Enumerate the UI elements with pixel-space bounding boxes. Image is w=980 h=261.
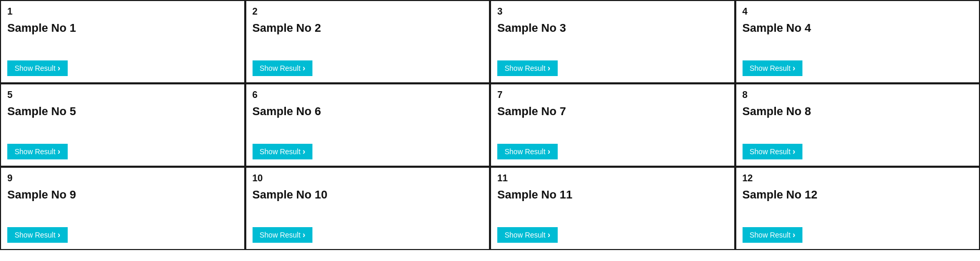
card-number-5: 5 [7, 90, 238, 101]
card-number-9: 9 [7, 173, 238, 184]
card-title-3: Sample No 3 [497, 21, 728, 35]
card-11: 11Sample No 11Show Result [490, 167, 735, 250]
show-result-button-2[interactable]: Show Result [253, 60, 313, 76]
card-number-7: 7 [497, 90, 728, 101]
card-12: 12Sample No 12Show Result [735, 167, 981, 250]
card-5: 5Sample No 5Show Result [0, 83, 245, 167]
card-number-12: 12 [743, 173, 973, 184]
card-title-12: Sample No 12 [743, 188, 973, 202]
show-result-button-10[interactable]: Show Result [253, 227, 313, 243]
card-grid: 1Sample No 1Show Result2Sample No 2Show … [0, 0, 980, 250]
card-number-1: 1 [7, 6, 238, 17]
card-7: 7Sample No 7Show Result [490, 83, 735, 167]
show-result-button-7[interactable]: Show Result [497, 144, 558, 159]
card-4: 4Sample No 4Show Result [735, 0, 981, 83]
card-1: 1Sample No 1Show Result [0, 0, 245, 83]
card-9: 9Sample No 9Show Result [0, 167, 245, 250]
show-result-button-9[interactable]: Show Result [7, 227, 68, 243]
card-title-5: Sample No 5 [7, 105, 238, 118]
card-title-9: Sample No 9 [7, 188, 238, 202]
card-number-10: 10 [253, 173, 483, 184]
card-3: 3Sample No 3Show Result [490, 0, 735, 83]
card-title-4: Sample No 4 [743, 21, 973, 35]
show-result-button-1[interactable]: Show Result [7, 60, 68, 76]
card-number-8: 8 [743, 90, 973, 101]
card-number-6: 6 [253, 90, 483, 101]
card-title-8: Sample No 8 [743, 105, 973, 118]
card-title-7: Sample No 7 [497, 105, 728, 118]
card-title-10: Sample No 10 [253, 188, 483, 202]
show-result-button-3[interactable]: Show Result [497, 60, 558, 76]
card-title-6: Sample No 6 [253, 105, 483, 118]
card-title-1: Sample No 1 [7, 21, 238, 35]
show-result-button-4[interactable]: Show Result [743, 60, 803, 76]
card-2: 2Sample No 2Show Result [245, 0, 491, 83]
show-result-button-8[interactable]: Show Result [743, 144, 803, 159]
card-number-11: 11 [497, 173, 728, 184]
card-8: 8Sample No 8Show Result [735, 83, 981, 167]
card-title-11: Sample No 11 [497, 188, 728, 202]
show-result-button-12[interactable]: Show Result [743, 227, 803, 243]
card-title-2: Sample No 2 [253, 21, 483, 35]
show-result-button-6[interactable]: Show Result [253, 144, 313, 159]
card-6: 6Sample No 6Show Result [245, 83, 491, 167]
show-result-button-11[interactable]: Show Result [497, 227, 558, 243]
card-number-3: 3 [497, 6, 728, 17]
show-result-button-5[interactable]: Show Result [7, 144, 68, 159]
card-10: 10Sample No 10Show Result [245, 167, 491, 250]
card-number-4: 4 [743, 6, 973, 17]
card-number-2: 2 [253, 6, 483, 17]
